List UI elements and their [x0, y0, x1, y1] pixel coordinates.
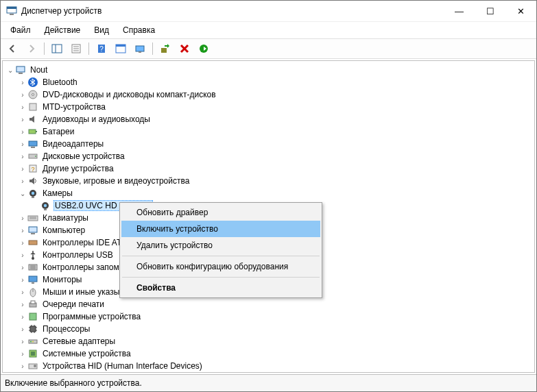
expand-icon[interactable]: › — [18, 312, 27, 321]
svg-rect-36 — [44, 209, 47, 210]
ctx-enable-device[interactable]: Включить устройство — [121, 221, 320, 237]
svg-rect-33 — [32, 197, 34, 198]
tree-item-label: Сетевые адаптеры — [41, 336, 117, 346]
svg-rect-22 — [29, 103, 36, 110]
menu-view[interactable]: Вид — [88, 23, 115, 37]
tree-item[interactable]: ›Аудиовходы и аудиовыходы — [18, 113, 533, 125]
toolbar: ? — [1, 39, 536, 59]
menu-action[interactable]: Действие — [39, 23, 86, 37]
expand-icon[interactable]: › — [18, 151, 27, 161]
close-button[interactable]: ✕ — [505, 1, 536, 21]
expand-icon[interactable]: › — [18, 164, 27, 173]
dvd-icon — [27, 89, 38, 100]
tree-root-node[interactable]: ⌄ Nout — [5, 64, 533, 76]
expand-icon[interactable]: › — [18, 77, 27, 87]
tree-item[interactable]: ›Системные устройства — [18, 347, 533, 360]
expand-icon[interactable]: › — [18, 102, 27, 112]
svg-rect-13 — [136, 46, 144, 51]
svg-point-43 — [32, 257, 34, 260]
tree-item[interactable]: ›MTD-устройства — [18, 101, 533, 113]
uninstall-device-toolbar-button[interactable] — [176, 40, 193, 57]
svg-rect-46 — [32, 282, 34, 284]
expand-icon[interactable]: › — [18, 250, 27, 260]
tree-item-label: Контроллеры USB — [41, 250, 115, 260]
ctx-update-driver[interactable]: Обновить драйвер — [121, 204, 320, 221]
minimize-button[interactable]: — — [444, 1, 475, 21]
svg-rect-42 — [29, 241, 37, 245]
svg-rect-24 — [36, 131, 37, 132]
usb-icon — [27, 249, 38, 260]
action-button[interactable] — [112, 40, 130, 57]
tree-item-label: DVD-дисководы и дисководы компакт-дисков — [41, 90, 217, 99]
expand-icon[interactable]: › — [18, 176, 27, 186]
expand-icon[interactable]: › — [18, 324, 27, 334]
device-tree[interactable]: ⌄ Nout ›Bluetooth›DVD-дисководы и дисков… — [2, 60, 535, 373]
help-button[interactable]: ? — [93, 40, 110, 57]
update-driver-toolbar-button[interactable] — [156, 40, 174, 57]
tree-item[interactable]: ›Процессоры — [18, 323, 533, 335]
back-button[interactable] — [3, 40, 21, 57]
keyboard-icon — [27, 212, 38, 223]
maximize-button[interactable]: ☐ — [475, 1, 505, 21]
svg-rect-25 — [29, 141, 37, 146]
expand-icon[interactable]: › — [18, 225, 27, 235]
tree-item[interactable]: ›?Другие устройства — [18, 162, 533, 175]
svg-rect-45 — [29, 276, 37, 282]
computer-icon — [27, 225, 38, 236]
storage-icon — [27, 262, 38, 273]
show-hide-tree-button[interactable] — [48, 40, 66, 57]
properties-button[interactable] — [67, 40, 85, 57]
separator — [88, 42, 89, 55]
expand-icon[interactable]: › — [18, 90, 27, 99]
ctx-scan-hardware[interactable]: Обновить конфигурацию оборудования — [121, 258, 320, 275]
menu-help[interactable]: Справка — [117, 23, 160, 37]
menu-file[interactable]: Файл — [5, 23, 36, 37]
tree-item[interactable]: ›Очереди печати — [18, 298, 533, 310]
tree-item[interactable]: ›Программные устройства — [18, 310, 533, 323]
expand-icon[interactable]: › — [18, 213, 27, 223]
tree-item[interactable]: ›Сетевые адаптеры — [18, 335, 533, 347]
expand-icon[interactable]: › — [18, 262, 27, 272]
expand-icon[interactable]: › — [18, 299, 27, 309]
tree-item-cameras[interactable]: ⌄Камеры — [18, 187, 533, 199]
tree-item[interactable]: ›Bluetooth — [18, 76, 533, 88]
ctx-uninstall-device[interactable]: Удалить устройство — [121, 237, 320, 254]
svg-rect-41 — [31, 233, 35, 234]
expand-icon[interactable]: › — [18, 127, 27, 136]
svg-point-59 — [34, 365, 36, 367]
svg-point-32 — [32, 192, 34, 195]
svg-point-28 — [35, 156, 36, 157]
svg-rect-2 — [10, 14, 14, 15]
window-title: Диспетчер устройств — [21, 6, 444, 16]
expand-icon[interactable]: › — [18, 349, 27, 358]
tree-item[interactable]: ›Батареи — [18, 125, 533, 138]
tree-item[interactable]: ›Устройства HID (Human Interface Devices… — [18, 360, 533, 372]
expand-icon[interactable]: › — [18, 361, 27, 371]
tree-item-label: Батареи — [41, 127, 75, 136]
device-manager-window: Диспетчер устройств — ☐ ✕ Файл Действие … — [0, 0, 537, 392]
svg-rect-12 — [116, 45, 126, 47]
tree-item[interactable]: ›DVD-дисководы и дисководы компакт-диско… — [18, 88, 533, 101]
battery-icon — [27, 126, 38, 137]
expand-icon[interactable]: › — [18, 336, 27, 346]
svg-rect-40 — [29, 227, 37, 232]
ctx-properties[interactable]: Свойства — [121, 280, 320, 296]
collapse-icon[interactable]: ⌄ — [5, 65, 15, 75]
tree-item[interactable]: ›Дисковые устройства — [18, 150, 533, 162]
tree-item[interactable]: ›Видеоадаптеры — [18, 138, 533, 150]
forward-button[interactable] — [23, 40, 40, 57]
enable-device-toolbar-button[interactable] — [195, 40, 213, 57]
svg-point-35 — [44, 204, 47, 207]
scan-hardware-button[interactable] — [131, 40, 149, 57]
expand-icon[interactable]: › — [18, 114, 27, 124]
svg-rect-14 — [139, 51, 141, 53]
expand-icon[interactable]: › — [18, 287, 27, 297]
camera-icon — [27, 188, 38, 199]
tree-item-label: Мониторы — [41, 275, 83, 284]
expand-icon[interactable]: › — [18, 275, 27, 284]
expand-icon[interactable]: › — [18, 238, 27, 247]
expand-icon[interactable]: › — [18, 139, 27, 149]
tree-item[interactable]: ›Звуковые, игровые и видеоустройства — [18, 175, 533, 187]
collapse-icon[interactable]: ⌄ — [18, 188, 27, 198]
tree-item-label: Процессоры — [41, 324, 92, 334]
